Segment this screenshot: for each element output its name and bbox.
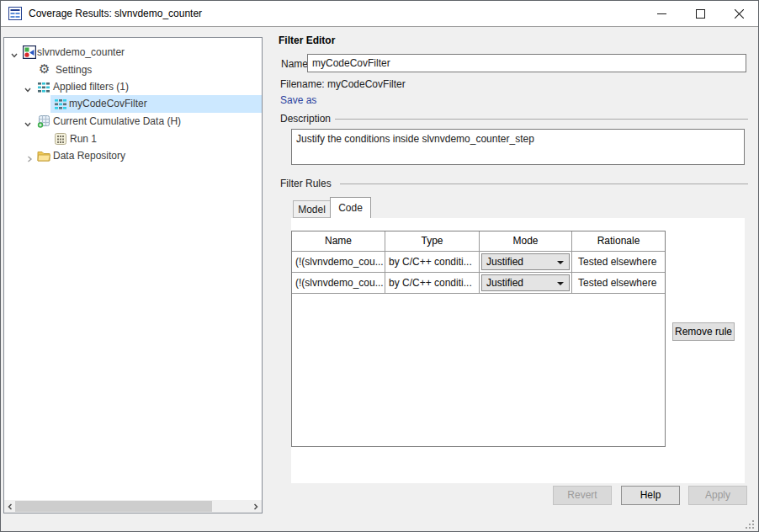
rule-rationale-cell: Tested elsewhere [572,252,665,273]
chevron-right-icon[interactable] [25,152,34,169]
save-as-link[interactable]: Save as [280,94,316,106]
filter-rules-label: Filter Rules [280,178,332,189]
name-input[interactable] [307,54,746,72]
column-header-type: Type [385,231,480,252]
maximize-icon [696,9,705,19]
folder-icon [37,150,50,168]
tab-model[interactable]: Model [293,200,330,218]
rule-name-cell: (!(slvnvdemo_cou... [292,273,385,294]
help-button[interactable]: Help [621,486,680,505]
rule-mode-cell: Justified [480,273,572,294]
apply-button[interactable]: Apply [688,486,747,505]
mode-dropdown[interactable]: Justified [481,253,570,270]
scroll-right-icon[interactable] [251,502,261,511]
table-row[interactable]: (!(slvnvdemo_cou... by C/C++ conditi... … [292,273,665,294]
app-icon [8,7,22,20]
tree-item-label: Settings [56,61,92,79]
table-row[interactable]: (!(slvnvdemo_cou... by C/C++ conditi... … [292,252,665,273]
close-icon [735,9,744,19]
filter-rules-divider [340,184,748,184]
resize-grip[interactable] [746,520,755,529]
tree-item-label: Applied filters (1) [53,78,129,96]
column-header-name: Name [292,231,385,252]
remove-rule-button[interactable]: Remove rule [672,322,735,341]
coverage-results-window: Coverage Results: slvnvdemo_counter [0,0,759,532]
filter-editor-heading: Filter Editor [279,35,335,46]
rule-mode-cell: Justified [480,252,572,273]
results-tree-panel: slvnvdemo_counter ⚙ Settings Applied fil… [3,37,263,513]
chevron-down-icon [557,282,564,285]
description-label: Description [280,113,331,125]
tree-item-settings[interactable]: ⚙ Settings [4,61,262,79]
revert-button[interactable]: Revert [553,486,612,505]
column-header-rationale: Rationale [572,231,665,252]
tree-item-label: Current Cumulative Data (H) [53,113,181,130]
description-divider [335,119,748,120]
tab-code[interactable]: Code [330,197,371,218]
mode-dropdown[interactable]: Justified [481,274,570,291]
scrollbar-thumb[interactable] [15,501,212,512]
description-textarea[interactable]: Justify the conditions inside slvnvdemo_… [291,129,745,165]
tree-item-mycodecovfilter[interactable]: myCodeCovFilter [4,95,262,113]
rule-name-cell: (!(slvnvdemo_cou... [292,252,385,273]
minimize-button[interactable] [642,1,681,26]
name-label: Name [281,58,308,70]
tree-item-label: Data Repository [53,147,125,165]
tree-item-current-cumulative-data[interactable]: Current Cumulative Data (H) [4,113,262,130]
rule-type-cell: by C/C++ conditi... [385,273,480,294]
scroll-left-icon[interactable] [5,502,15,511]
tree-item-slvnvdemo-counter[interactable]: slvnvdemo_counter [4,44,262,61]
status-bar [1,513,758,531]
tree-item-label: slvnvdemo_counter [37,44,125,61]
tree-item-label: myCodeCovFilter [69,95,147,113]
title-bar[interactable]: Coverage Results: slvnvdemo_counter [1,1,758,27]
tree-item-data-repository[interactable]: Data Repository [4,147,262,165]
table-header-row: Name Type Mode Rationale [292,231,665,252]
tree-item-run1[interactable]: Run 1 [4,130,262,148]
minimize-icon [657,9,666,19]
mode-dropdown-value: Justified [486,277,523,289]
column-header-mode: Mode [480,231,572,252]
maximize-button[interactable] [681,1,719,26]
tree-item-applied-filters[interactable]: Applied filters (1) [4,78,262,96]
rule-type-cell: by C/C++ conditi... [385,252,480,273]
filename-text: Filename: myCodeCovFilter [280,78,406,90]
filter-rules-table: Name Type Mode Rationale (!(slvnvdemo_co… [291,231,666,447]
close-button[interactable] [719,1,758,26]
gear-icon: ⚙ [39,62,50,76]
tree-horizontal-scrollbar[interactable] [4,500,262,513]
mode-dropdown-value: Justified [486,256,523,268]
window-title: Coverage Results: slvnvdemo_counter [29,8,202,19]
rule-rationale-cell: Tested elsewhere [572,273,665,294]
tree-item-label: Run 1 [70,130,97,148]
chevron-down-icon [557,261,564,264]
